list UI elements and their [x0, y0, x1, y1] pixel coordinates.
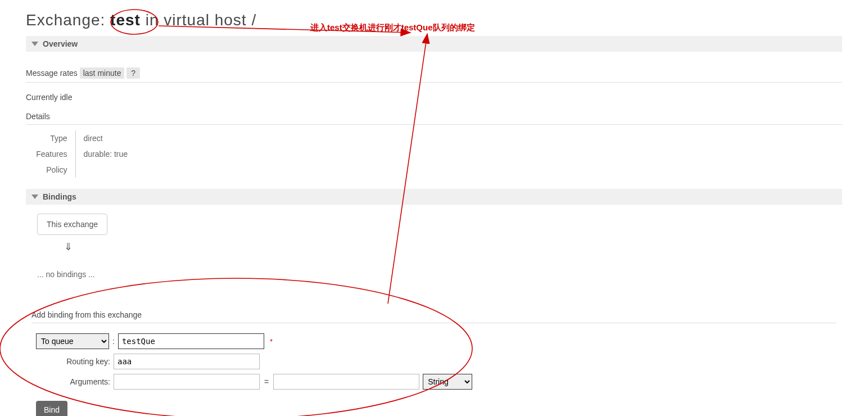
- divider: [26, 124, 842, 125]
- routing-key-label: Routing key:: [36, 357, 114, 366]
- bindings-label: Bindings: [43, 192, 76, 201]
- routing-key-row: Routing key:: [36, 354, 837, 369]
- policy-key: Policy: [26, 162, 75, 178]
- add-binding-form: To queue : * Routing key: Arguments: = S…: [36, 333, 837, 416]
- help-button[interactable]: ?: [126, 67, 140, 79]
- divider: [31, 323, 837, 323]
- details-table: Type direct Features durable: true Polic…: [26, 130, 135, 178]
- argument-value-input[interactable]: [273, 374, 419, 390]
- arguments-label: Arguments:: [36, 377, 114, 386]
- table-row: Type direct: [26, 130, 135, 146]
- policy-val: [75, 162, 135, 178]
- bindings-header[interactable]: Bindings: [26, 189, 842, 205]
- arguments-row: Arguments: = String: [36, 374, 837, 390]
- message-rates-row: Message rates last minute ?: [26, 67, 842, 82]
- title-prefix: Exchange:: [26, 11, 110, 29]
- type-key: Type: [26, 130, 75, 146]
- divider: [26, 82, 842, 83]
- message-rates-label: Message rates: [26, 69, 78, 78]
- title-suffix: in virtual host /: [141, 11, 256, 29]
- bind-button[interactable]: Bind: [36, 401, 67, 416]
- to-target-select[interactable]: To queue: [36, 333, 109, 349]
- required-indicator: *: [264, 337, 273, 346]
- exchange-name: test: [110, 11, 141, 29]
- argument-type-select[interactable]: String: [423, 374, 472, 390]
- annotation-text: 进入test交换机进行刚才testQue队列的绑定: [310, 22, 475, 33]
- overview-label: Overview: [43, 39, 78, 48]
- down-arrow-icon: ⇓: [64, 241, 837, 253]
- add-binding-label: Add binding from this exchange: [31, 310, 837, 323]
- idle-status: Currently idle: [26, 93, 842, 102]
- chevron-down-icon: [31, 195, 38, 199]
- no-bindings-text: ... no bindings ...: [37, 270, 837, 279]
- chevron-down-icon: [31, 42, 38, 46]
- table-row: Policy: [26, 162, 135, 178]
- routing-key-input[interactable]: [114, 354, 260, 369]
- features-val: durable: true: [75, 146, 135, 162]
- overview-header[interactable]: Overview: [26, 36, 842, 52]
- destination-name-input[interactable]: [118, 333, 264, 349]
- features-key: Features: [26, 146, 75, 162]
- details-label: Details: [26, 112, 842, 124]
- this-exchange-box: This exchange: [37, 214, 107, 235]
- message-rates-value[interactable]: last minute: [80, 67, 125, 79]
- table-row: Features durable: true: [26, 146, 135, 162]
- equals-icon: =: [260, 377, 273, 386]
- destination-row: To queue : *: [36, 333, 837, 349]
- type-val: direct: [75, 130, 135, 146]
- argument-key-input[interactable]: [114, 374, 260, 390]
- colon: :: [109, 337, 118, 346]
